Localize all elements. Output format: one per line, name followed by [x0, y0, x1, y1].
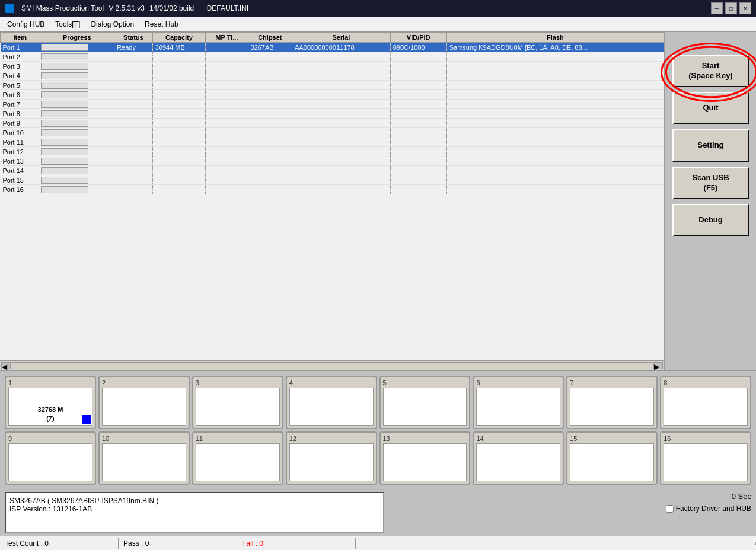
- col-chipset: Chipset: [248, 33, 292, 43]
- table-row[interactable]: Port 12: [1, 147, 664, 156]
- col-flash: Flash: [446, 33, 664, 43]
- table-row[interactable]: Port 14: [1, 166, 664, 175]
- usb-port-inner-3: [196, 388, 280, 426]
- table-row[interactable]: Port 3: [1, 62, 664, 71]
- usb-port-card-9[interactable]: 9: [5, 431, 96, 485]
- timer-label: 0 Sec: [732, 492, 751, 501]
- usb-port-card-12[interactable]: 12: [286, 431, 377, 485]
- factory-checkbox[interactable]: [666, 505, 674, 513]
- progress-bar: [41, 44, 88, 51]
- right-info: 0 Sec Factory Driver and HUB: [666, 492, 751, 513]
- usb-port-inner-4: [289, 388, 374, 426]
- usb-port-card-3[interactable]: 3: [192, 376, 283, 429]
- usb-port-num-13: 13: [383, 435, 467, 442]
- usb-port-num-8: 8: [664, 379, 748, 386]
- table-row[interactable]: Port 7: [1, 100, 664, 109]
- usb-port-num-14: 14: [476, 435, 560, 442]
- status-bar: Test Count : 0 Pass : 0 Fail : 0: [0, 536, 756, 550]
- usb-port-card-4[interactable]: 4: [286, 376, 377, 429]
- scroll-right-arrow[interactable]: ▶: [653, 362, 663, 369]
- usb-port-inner-1: 32768 M(7): [8, 388, 92, 426]
- usb-port-num-12: 12: [289, 435, 374, 442]
- status-extra2: [637, 542, 756, 545]
- title-bar: SMI Mass Production Tool V 2.5.31 v3 14/…: [0, 0, 756, 17]
- progress-bar: [41, 148, 88, 155]
- usb-port-grid: 132768 M(7)2345678910111213141516: [0, 371, 756, 490]
- maximize-button[interactable]: □: [725, 2, 737, 14]
- menu-config-hub[interactable]: Config HUB: [2, 19, 49, 30]
- usb-port-num-9: 9: [8, 435, 92, 442]
- usb-port-inner-6: [476, 388, 560, 426]
- usb-port-num-11: 11: [196, 435, 280, 442]
- debug-button[interactable]: Debug: [672, 204, 749, 236]
- usb-port-card-6[interactable]: 6: [473, 376, 564, 429]
- usb-port-card-16[interactable]: 16: [660, 431, 751, 485]
- usb-port-card-5[interactable]: 5: [379, 376, 471, 429]
- status-extra1: [356, 542, 637, 545]
- usb-port-card-2[interactable]: 2: [98, 376, 190, 429]
- col-mptime: MP Ti...: [206, 33, 248, 43]
- table-row[interactable]: Port 2: [1, 52, 664, 62]
- usb-port-num-5: 5: [383, 379, 467, 386]
- minimize-button[interactable]: ─: [711, 2, 723, 14]
- table-row[interactable]: Port 11: [1, 138, 664, 147]
- table-row[interactable]: Port 16: [1, 185, 664, 194]
- menu-reset-hub[interactable]: Reset Hub: [140, 19, 183, 30]
- usb-port-card-14[interactable]: 14: [473, 431, 564, 485]
- table-row[interactable]: Port 8: [1, 109, 664, 119]
- table-row[interactable]: Port 1Ready30944 MB3267ABAA0000000001117…: [1, 43, 664, 52]
- progress-bar: [41, 120, 88, 127]
- usb-port-num-15: 15: [570, 435, 654, 442]
- progress-bar: [41, 158, 88, 165]
- quit-button[interactable]: Quit: [672, 92, 749, 124]
- bottom-section: 132768 M(7)2345678910111213141516 SM3267…: [0, 370, 756, 536]
- title-bar-controls: ─ □ ✕: [711, 2, 751, 14]
- info-line1: SM3267AB ( SM3267ABISP-ISPSA19nm.BIN ): [9, 497, 379, 505]
- table-row[interactable]: Port 4: [1, 71, 664, 81]
- setting-button[interactable]: Setting: [672, 129, 749, 162]
- usb-port-inner-10: [102, 443, 186, 481]
- right-panel: Start(Space Key) Quit Setting Scan USB(F…: [664, 32, 756, 370]
- usb-port-card-10[interactable]: 10: [98, 431, 190, 485]
- scan-usb-button[interactable]: Scan USB(F5): [672, 167, 749, 199]
- usb-port-card-8[interactable]: 8: [660, 376, 751, 429]
- progress-bar: [41, 186, 88, 193]
- table-row[interactable]: Port 9: [1, 119, 664, 128]
- table-row[interactable]: Port 10: [1, 128, 664, 138]
- scroll-left-arrow[interactable]: ◀: [1, 362, 11, 369]
- table-row[interactable]: Port 13: [1, 156, 664, 166]
- table-area: Item Progress Status Capacity MP Ti... C…: [0, 32, 664, 370]
- col-status: Status: [114, 33, 153, 43]
- progress-bar: [41, 53, 88, 60]
- col-serial: Serial: [292, 33, 390, 43]
- pass-count: Pass : 0: [119, 538, 237, 549]
- usb-port-text-1: 32768 M(7): [38, 405, 63, 423]
- menu-tools[interactable]: Tools[T]: [50, 19, 85, 30]
- usb-port-card-15[interactable]: 15: [566, 431, 658, 485]
- app-title: SMI Mass Production Tool: [21, 4, 104, 12]
- table-row[interactable]: Port 15: [1, 175, 664, 185]
- col-item: Item: [1, 33, 40, 43]
- usb-port-card-7[interactable]: 7: [566, 376, 658, 429]
- usb-port-inner-13: [383, 443, 467, 481]
- progress-bar: [41, 110, 88, 117]
- usb-port-num-7: 7: [570, 379, 654, 386]
- usb-blue-dot-1: [82, 415, 91, 424]
- factory-driver-check[interactable]: Factory Driver and HUB: [666, 504, 751, 513]
- menu-dialog-option[interactable]: Dialog Option: [86, 19, 139, 30]
- scroll-track[interactable]: [12, 362, 652, 369]
- table-scroll[interactable]: Item Progress Status Capacity MP Ti... C…: [0, 32, 664, 360]
- table-row[interactable]: Port 6: [1, 90, 664, 100]
- close-button[interactable]: ✕: [739, 2, 751, 14]
- usb-port-card-1[interactable]: 132768 M(7): [5, 376, 96, 429]
- table-row[interactable]: Port 5: [1, 81, 664, 90]
- usb-port-card-11[interactable]: 11: [192, 431, 283, 485]
- horizontal-scrollbar[interactable]: ◀ ▶: [0, 360, 664, 370]
- start-button[interactable]: Start(Space Key): [672, 55, 749, 87]
- fail-count: Fail : 0: [237, 538, 356, 549]
- usb-port-card-13[interactable]: 13: [379, 431, 471, 485]
- progress-bar: [41, 101, 88, 108]
- usb-port-inner-14: [476, 443, 560, 481]
- usb-port-inner-2: [102, 388, 186, 426]
- test-count: Test Count : 0: [0, 538, 119, 549]
